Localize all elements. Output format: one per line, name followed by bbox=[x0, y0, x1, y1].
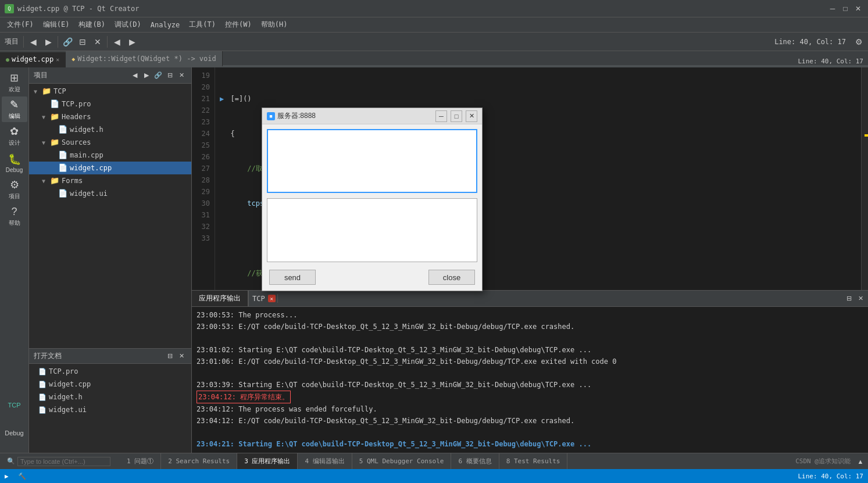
dialog-receive-area[interactable] bbox=[267, 129, 477, 193]
sidebar-btn-project[interactable]: ⚙ 项目 bbox=[2, 177, 27, 202]
tree-item-tcp[interactable]: ▼ 📁 TCP bbox=[29, 85, 191, 98]
panel-btn-split[interactable]: ⊟ bbox=[165, 70, 175, 81]
toolbar-back-btn[interactable]: ◀ bbox=[26, 35, 40, 49]
status-run[interactable]: ▶ bbox=[5, 473, 9, 480]
sidebar-btn-debug[interactable]: 🐛 Debug bbox=[2, 150, 27, 176]
output-line-7: 23:03:39: Starting E:\QT code\build-TCP-… bbox=[197, 379, 863, 391]
menu-file[interactable]: 文件(F) bbox=[2, 17, 38, 32]
btm-tab-editor-output[interactable]: 4 编辑器输出 bbox=[298, 453, 352, 469]
dialog-maximize-btn[interactable]: □ bbox=[451, 110, 462, 122]
open-docs-btn-split[interactable]: ⊟ bbox=[165, 351, 175, 362]
status-left: ▶ 🔨 bbox=[5, 473, 26, 480]
edit-label: 编辑 bbox=[9, 112, 20, 120]
bottom-output[interactable]: 23:00:53: The process... 23:00:53: E:/QT… bbox=[192, 307, 868, 453]
panel-btn-back[interactable]: ◀ bbox=[130, 70, 140, 81]
welcome-label: 欢迎 bbox=[9, 85, 20, 94]
menu-edit[interactable]: 编辑(E) bbox=[38, 17, 74, 32]
bottom-area: 应用程序输出 TCP ✕ ⊟ ✕ 23:00:53: The process..… bbox=[192, 290, 868, 453]
dialog-send-btn[interactable]: send bbox=[269, 270, 316, 285]
tree-item-widget-ui[interactable]: 📄 widget.ui bbox=[29, 187, 191, 200]
menu-tools[interactable]: 工具(T) bbox=[184, 17, 220, 32]
btm-tab-overview[interactable]: 6 概要信息 bbox=[451, 453, 499, 469]
btm-tab-qml-debug[interactable]: 5 QML Debugger Console bbox=[352, 453, 452, 469]
btm-tab-test[interactable]: 8 Test Results bbox=[499, 453, 568, 469]
output-line-1: 23:00:53: The process... bbox=[197, 309, 863, 321]
panel-btn-close[interactable]: ✕ bbox=[176, 70, 187, 81]
tree-item-widget-h[interactable]: 📄 widget.h bbox=[29, 123, 191, 136]
btm-tab-output[interactable]: 3 应用程序输出 bbox=[237, 453, 298, 469]
menu-analyze[interactable]: Analyze bbox=[146, 17, 185, 32]
tab-widget-cpp[interactable]: ● widget.cpp ✕ bbox=[0, 52, 66, 67]
tcp-label: TCP bbox=[8, 402, 21, 409]
toolbar-split-btn[interactable]: ⊟ bbox=[76, 35, 90, 49]
panel-toolbar: ◀ ▶ 🔗 ⊟ ✕ bbox=[130, 70, 187, 81]
doc-icon-widget-cpp: 📄 bbox=[38, 381, 47, 388]
csdn-label: CSDN @追求知识能 bbox=[791, 457, 855, 466]
toolbar-nav-left[interactable]: ◀ bbox=[110, 35, 124, 49]
sidebar-btn-help[interactable]: ? 帮助 bbox=[2, 203, 27, 229]
tab-function-sig[interactable]: ◆ Widget::Widget(QWidget *) -> void bbox=[66, 51, 222, 66]
tree-item-headers[interactable]: ▼ 📁 Headers bbox=[29, 110, 191, 123]
toggle-sources: ▼ bbox=[42, 139, 50, 146]
menu-debug[interactable]: 调试(D) bbox=[110, 17, 146, 32]
close-button[interactable]: ✕ bbox=[853, 3, 863, 14]
tree-item-sources[interactable]: ▼ 📁 Sources bbox=[29, 136, 191, 149]
menu-build[interactable]: 构建(B) bbox=[74, 17, 110, 32]
output-btn-split[interactable]: ⊟ bbox=[844, 294, 854, 304]
doc-label-tcp-pro: TCP.pro bbox=[49, 367, 78, 375]
folder-sources-icon: 📁 bbox=[50, 138, 59, 147]
design-label: 设计 bbox=[9, 139, 20, 147]
btm-tab-problems[interactable]: 1 问题① bbox=[120, 453, 161, 469]
arrow-21 bbox=[220, 163, 228, 174]
status-build[interactable]: 🔨 bbox=[18, 473, 26, 480]
open-docs-btn-close[interactable]: ✕ bbox=[176, 351, 187, 362]
btm-tab-search[interactable]: 2 Search Results bbox=[161, 453, 237, 469]
toolbar-nav-right[interactable]: ▶ bbox=[125, 35, 139, 49]
code-20: { bbox=[230, 128, 234, 139]
tree-item-main-cpp[interactable]: 📄 main.cpp bbox=[29, 149, 191, 162]
toolbar-close-btn[interactable]: ✕ bbox=[91, 35, 105, 49]
toolbar-link-btn[interactable]: 🔗 bbox=[60, 35, 74, 49]
panel-btn-link[interactable]: 🔗 bbox=[153, 70, 163, 81]
open-doc-tcp-pro[interactable]: 📄 TCP.pro bbox=[29, 365, 191, 378]
sidebar-btn-edit[interactable]: ✎ 编辑 bbox=[2, 96, 27, 122]
tree-item-tcp-pro[interactable]: 📄 TCP.pro bbox=[29, 98, 191, 110]
bottom-tab-app-output[interactable]: 应用程序输出 bbox=[192, 291, 248, 306]
window-title: widget.cpp @ TCP - Qt Creator bbox=[17, 5, 827, 13]
scroll-warn-1 bbox=[865, 134, 868, 137]
open-doc-widget-cpp[interactable]: 📄 widget.cpp bbox=[29, 378, 191, 391]
dialog-close-btn[interactable]: ✕ bbox=[466, 110, 477, 122]
menu-controls[interactable]: 控件(W) bbox=[220, 17, 256, 32]
debug-icon: 🐛 bbox=[8, 153, 21, 166]
output-btn-close[interactable]: ✕ bbox=[855, 294, 866, 304]
dialog-close-dialog-btn[interactable]: close bbox=[428, 270, 475, 285]
sidebar-btn-design[interactable]: ✿ 设计 bbox=[2, 123, 27, 149]
maximize-button[interactable]: □ bbox=[840, 3, 851, 14]
line-col-indicator: Line: 40, Col: 17 bbox=[770, 38, 851, 46]
right-scroll[interactable] bbox=[861, 67, 868, 290]
open-doc-widget-ui[interactable]: 📄 widget.ui bbox=[29, 403, 191, 416]
open-docs-toolbar: ⊟ ✕ bbox=[165, 351, 187, 362]
open-doc-widget-h[interactable]: 📄 widget.h bbox=[29, 391, 191, 403]
menu-help[interactable]: 帮助(H) bbox=[256, 17, 292, 32]
tcp-close-icon[interactable]: ✕ bbox=[268, 295, 276, 302]
dialog-minimize-btn[interactable]: ─ bbox=[435, 110, 447, 122]
tree-item-forms[interactable]: ▼ 📁 Forms bbox=[29, 174, 191, 187]
bottom-tabs-row: 🔍 1 问题① 2 Search Results 3 应用程序输出 4 编辑器输… bbox=[0, 453, 868, 469]
tree-label-tcp: TCP bbox=[53, 87, 66, 95]
minimize-button[interactable]: ─ bbox=[827, 3, 838, 14]
dialog-send-area[interactable] bbox=[267, 198, 477, 262]
sidebar-btn-welcome[interactable]: ⊞ 欢迎 bbox=[2, 70, 27, 95]
main-toolbar: 项目 ◀ ▶ 🔗 ⊟ ✕ ◀ ▶ Line: 40, Col: 17 ⚙ bbox=[0, 33, 868, 51]
toolbar-forward-btn[interactable]: ▶ bbox=[41, 35, 55, 49]
run-label: TCP bbox=[252, 295, 265, 303]
search-input[interactable] bbox=[17, 457, 110, 466]
panel-btn-forward[interactable]: ▶ bbox=[141, 70, 152, 81]
btm-chevron-up[interactable]: ▲ bbox=[855, 456, 866, 467]
tree-item-widget-cpp[interactable]: 📄 widget.cpp bbox=[29, 162, 191, 174]
toolbar-settings-btn[interactable]: ⚙ bbox=[852, 35, 866, 49]
tab-close-widget-cpp[interactable]: ✕ bbox=[56, 56, 59, 63]
sidebar-btn-debug2[interactable]: Debug bbox=[2, 420, 27, 446]
sidebar-btn-tcp[interactable]: TCP bbox=[2, 392, 27, 418]
tree-label-forms: Forms bbox=[62, 177, 83, 185]
